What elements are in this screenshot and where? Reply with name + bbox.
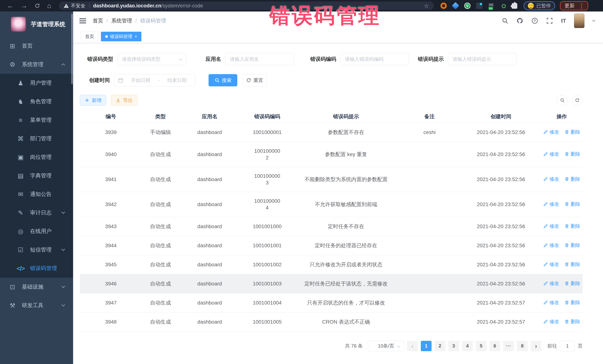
delete-link[interactable]: 删除 [564, 280, 580, 287]
divider [89, 3, 89, 8]
edit-link[interactable]: 修改 [543, 299, 559, 306]
breadcrumb-system[interactable]: 系统管理 [111, 17, 132, 24]
help-icon[interactable]: ? [531, 17, 538, 24]
sidebar-item-online[interactable]: ◎在线用户 [0, 222, 73, 241]
extension-icon[interactable] [500, 3, 506, 9]
search-icon[interactable] [502, 17, 508, 24]
cell-actions: 修改删除 [541, 293, 583, 312]
page-button-5[interactable]: 5 [476, 341, 487, 351]
delete-link[interactable]: 删除 [564, 318, 580, 325]
extension-icon[interactable] [488, 3, 494, 9]
extension-icon[interactable] [476, 3, 482, 9]
tab-错误码管理[interactable]: 错误码管理× [101, 32, 141, 41]
page-size-select[interactable]: 10条/页 [368, 341, 404, 351]
extension-icon[interactable] [452, 2, 459, 10]
error-code-input[interactable] [340, 53, 409, 65]
page-button-2[interactable]: 2 [435, 341, 445, 351]
page-unit-label: 页 [578, 343, 583, 349]
page-button-6[interactable]: 6 [489, 341, 500, 351]
app-name-input[interactable] [225, 53, 294, 65]
date-range-picker[interactable]: 开始日期 - 结束日期 [114, 74, 196, 86]
edit-link[interactable]: 修改 [543, 242, 559, 249]
goto-page-input[interactable] [560, 341, 575, 351]
delete-link[interactable]: 删除 [564, 299, 580, 306]
sidebar-item-infra[interactable]: ⊡基础设施 [0, 278, 73, 296]
sidebar-item-menu[interactable]: ≡菜单管理 [0, 111, 73, 129]
sidebar-item-label: 首页 [22, 42, 33, 50]
extensions-puzzle-icon[interactable] [512, 3, 517, 9]
delete-link[interactable]: 删除 [564, 176, 580, 182]
sidebar-item-devtools[interactable]: ⚒研发工具 [0, 296, 73, 315]
extension-icon[interactable]: V [464, 3, 471, 9]
cell-id: 3940 [80, 142, 142, 167]
edit-link[interactable]: 修改 [543, 201, 559, 207]
sidebar-item-home[interactable]: ⊞首页 [0, 37, 73, 55]
sidebar-item-errorcode[interactable]: </>错误码管理 [0, 259, 73, 278]
extension-icon[interactable] [441, 3, 447, 9]
edit-link[interactable]: 修改 [543, 261, 559, 268]
browser-back-icon[interactable]: ← [7, 0, 14, 11]
delete-link[interactable]: 删除 [564, 201, 580, 207]
refresh-icon[interactable] [572, 95, 583, 106]
chevron-down-icon[interactable] [592, 19, 595, 22]
end-date-placeholder[interactable]: 结束日期 [162, 77, 192, 84]
gear-icon: ⚙ [8, 61, 17, 68]
sidebar-item-audit[interactable]: ✎审计日志 [0, 203, 73, 222]
browser-forward-icon[interactable]: → [21, 0, 27, 11]
sidebar-item-system[interactable]: ⚙系统管理 [0, 55, 73, 74]
edit-link[interactable]: 修改 [543, 151, 559, 157]
more-pages-button[interactable]: ··· [503, 341, 514, 351]
table-row: 3946自动生成dashboard1001001003定时任务已经处于该状态，无… [80, 274, 583, 293]
delete-link[interactable]: 删除 [564, 151, 580, 157]
hide-search-icon[interactable] [557, 95, 568, 106]
cell-remark [398, 167, 461, 192]
next-page-button[interactable]: › [531, 341, 541, 351]
page-button-3[interactable]: 3 [448, 341, 459, 351]
tab-首页[interactable]: 首页 [81, 32, 98, 41]
sidebar-item-role[interactable]: ♞角色管理 [0, 92, 73, 111]
reset-button[interactable]: 重置 [243, 74, 267, 86]
breadcrumb-home[interactable]: 首页 [93, 17, 103, 24]
cell-app: dashboard [179, 217, 240, 236]
page-button-4[interactable]: 4 [462, 341, 473, 351]
browser-update-button[interactable]: 更新 ⋮ [560, 1, 588, 10]
cell-type: 自动生成 [142, 293, 179, 312]
edit-link[interactable]: 修改 [543, 318, 559, 325]
start-date-placeholder[interactable]: 开始日期 [126, 77, 155, 84]
delete-link[interactable]: 删除 [564, 242, 580, 249]
prev-page-button[interactable]: ‹ [407, 341, 418, 351]
add-button[interactable]: 新增 [80, 95, 106, 106]
edit-link[interactable]: 修改 [543, 129, 559, 135]
edit-link[interactable]: 修改 [543, 223, 559, 230]
sidebar-item-sms[interactable]: ☑短信管理 [0, 241, 73, 259]
browser-menu-icon[interactable]: ⋮ [579, 2, 585, 9]
avatar[interactable] [574, 13, 584, 28]
error-type-select[interactable] [117, 53, 186, 65]
edit-link[interactable]: 修改 [543, 280, 559, 287]
delete-link[interactable]: 删除 [564, 261, 580, 268]
delete-link[interactable]: 删除 [564, 129, 580, 135]
error-hint-input[interactable] [448, 53, 517, 65]
browser-home-icon[interactable]: ⌂ [47, 0, 51, 11]
hamburger-icon[interactable] [79, 17, 86, 24]
font-size-icon[interactable]: tT [561, 18, 566, 24]
edit-link[interactable]: 修改 [543, 176, 559, 182]
sidebar-item-post[interactable]: ▣岗位管理 [0, 148, 73, 166]
page-button-8[interactable]: 8 [517, 341, 528, 351]
sidebar-item-dict[interactable]: ▤字典管理 [0, 166, 73, 185]
delete-link[interactable]: 删除 [564, 223, 580, 230]
sidebar-scrollbar[interactable] [71, 14, 73, 84]
main-area: 首页 / 系统管理 / 错误码管理 ? tT [73, 11, 603, 364]
sidebar-item-notice[interactable]: ✉通知公告 [0, 185, 73, 203]
sidebar-item-user[interactable]: ♟用户管理 [0, 74, 73, 92]
close-icon[interactable]: × [135, 34, 137, 39]
export-button[interactable]: 导出 [111, 95, 137, 106]
paused-extension-badge[interactable]: 已暂停 [524, 1, 555, 10]
browser-reload-icon[interactable] [35, 3, 40, 9]
fullscreen-icon[interactable] [546, 17, 553, 24]
search-button[interactable]: 搜索 [209, 74, 237, 86]
bookmark-star-icon[interactable]: ☆ [424, 3, 429, 9]
sidebar-item-dept[interactable]: ⌘部门管理 [0, 129, 73, 148]
page-button-1[interactable]: 1 [421, 341, 431, 351]
github-icon[interactable] [517, 17, 523, 24]
